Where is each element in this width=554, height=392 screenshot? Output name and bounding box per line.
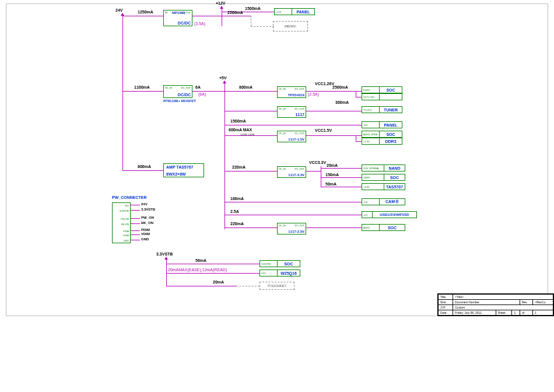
wire-vcc15 [306,135,362,136]
tb-docnum: Custom [453,305,553,310]
label-1500ma-a: 1500mA [245,6,261,10]
wire-vcc33-bus [321,166,321,187]
tb-sheet-label: Sheet [496,310,512,316]
wire-5v-bus [225,83,225,229]
wire-vcc33-stub [306,171,321,172]
tb-doc-label: Document Number [455,300,479,304]
wire-5v-1117 [225,111,277,111]
l-800a: 800mA [239,85,253,89]
pin: VCC [260,270,278,276]
label-vcc126: VCC1.26V [315,82,334,86]
load-tas5707: +3.3V TAS5707 [362,183,405,190]
block-1117: DC_INDC_OUT 1117 [277,106,306,118]
l-220a: 220mA [232,165,246,169]
w-nand [321,168,362,169]
pw-r-gnd: GND [141,237,149,241]
label-5v: +5V [219,76,227,80]
label-3p5a: (3.5A) [194,22,205,26]
pin-in: IN [165,11,167,14]
pin-in: DC_IN [279,107,286,110]
load-soc-stb: 3.3VSTB SOC [260,260,300,267]
name: SOC [278,262,300,266]
l-300: 300mA [335,100,349,104]
load-soc-dvdd: DVDD SOC [362,86,402,93]
name: 1117-2.5V [288,230,304,233]
wire-24v-bus [122,16,123,170]
pin-out: DC_OUT [181,86,191,89]
name: 1117-3.3V [288,173,304,177]
name: TUNER [380,108,402,112]
label-2200ma: 2200mA [227,10,243,15]
wire-avdd [306,228,362,228]
name: W25Q16 [278,271,300,275]
l-1500b: 1500mA [230,119,246,123]
name: SOC [384,176,405,180]
pin-out: DC_OUT [295,88,304,90]
load-w25q16: VCC W25Q16 [260,270,300,276]
load-memc: ME/MC [273,21,308,32]
l-2500: 2500mA [332,85,348,89]
tb-sheet: 1 [512,310,520,316]
pin: +5V [362,122,380,128]
w-soc126-h [356,97,362,97]
pin: VDDP [362,174,384,180]
block-1117-33: DC_INDC_OUT 1117-3.3V [277,166,306,178]
pw-w6 [131,235,140,235]
pin-in: DC_IN [279,224,286,227]
mp1593-sub: DC/DC [178,21,191,25]
name: SOC [380,88,402,92]
pw-w3 [131,218,140,219]
block-1117-15: DC_INDC_OUT 1117-1.5V [277,131,306,142]
amp-name: AMP TAS5707 [166,165,193,169]
pin: 3.3VSTB [260,261,278,267]
label-24v: 24V [115,8,122,12]
load-soc-avdd: AVDD SOC [362,224,405,231]
pin-in: DC_IN [279,88,286,90]
w-touch-dash [236,286,260,286]
pin: +3.3V [362,184,384,190]
l-150: 150mA [325,173,339,177]
pw-r-pwon: PW_ON [141,216,154,219]
w-tas [321,187,362,187]
pin-out: DC_OUT [295,224,304,227]
tb-title: <Title> [453,295,553,300]
label-6a: 6A [195,85,201,89]
amp-power: 8WX2+8W [166,172,186,176]
pin-in: DC_IN [279,132,286,135]
label-1100ma: 1100mA [134,85,150,89]
pin: VCC1.26V [362,94,380,100]
load-panel-12v: +12V PANEL [274,8,315,15]
pw-r-pdim: PDIM [141,228,150,232]
load-soc-vcc126: VCC1.26V [362,93,402,100]
load-cam: +5V CAM卡 [362,198,405,205]
label-2p5a: (2.5A) [308,92,319,96]
load-soc-vddp: VDDP SOC [362,174,405,181]
block-1117-25: DC_INDC_OUT 1117-2.5V [277,223,306,235]
pw-title: PW_CONNECTER [112,195,170,200]
w-ddr3-v [356,135,356,141]
wire-memc-v [251,16,251,26]
wire-tuner [306,111,362,111]
pin: TU.VCC [362,107,380,113]
label-6a-rating: (6A) [198,92,206,96]
block-mp1593: INDC_OUT MP1593 DC/DC [163,10,192,26]
pin-out: DC_OUT [295,167,304,170]
name: SOC [380,226,405,230]
name: PANEL [292,10,314,14]
l-20b: 20mA [213,280,224,284]
pin: AVDD [362,225,380,230]
tb-of: 1 [533,310,553,316]
pin-in: DC_IN [165,86,172,89]
pw-connecter-block: PW_CONNECTER 24V 3.3VSTB PW-ON BK-ON PDI… [112,195,170,200]
pw-r-33vstb: 3.3VSTB [141,208,155,211]
wire-memc [251,26,274,27]
pin: AVDD_DDRE [362,131,380,137]
w-stb-soc [166,264,260,264]
block-amp: AMP TAS5707 8WX2+8W [163,163,204,177]
l-res: 1.62W 1.62W [240,133,254,136]
label-rt8110: RT8110B+ MOSFET [163,99,196,103]
l-600max: 600mA MAX [229,128,252,132]
l-25a: 2.5A [230,209,239,214]
l-50: 50mA [325,182,336,186]
pw-pin-bkon: BK-ON [121,223,129,226]
